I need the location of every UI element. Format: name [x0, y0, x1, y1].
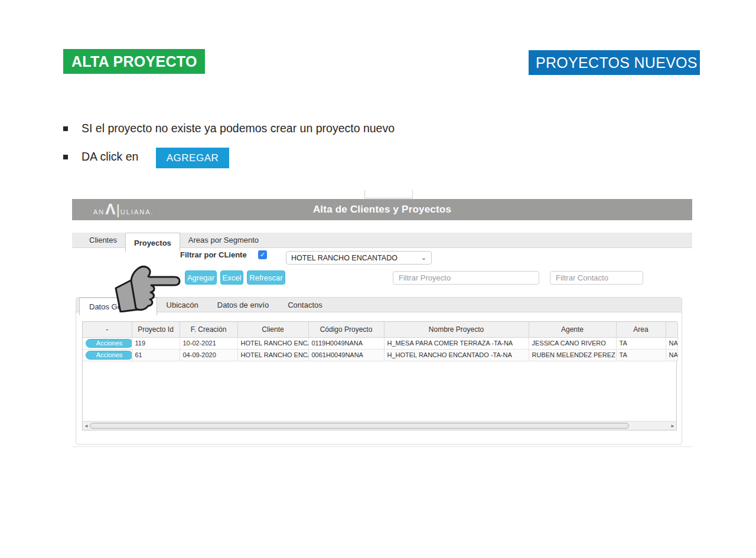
filter-contact-input[interactable] — [550, 271, 643, 285]
acciones-button[interactable]: Acciones — [86, 351, 132, 360]
col-proyecto-id[interactable]: Proyecto Id — [132, 322, 180, 337]
col-cliente[interactable]: Cliente — [237, 322, 308, 337]
cell-f-creacion: 10-02-2021 — [180, 337, 237, 349]
cell-f-creacion: 04-09-2020 — [180, 349, 237, 361]
scroll-left-icon[interactable]: ◄ — [83, 423, 90, 429]
cell-agente: RUBEN MELENDEZ PEREZ — [529, 349, 616, 361]
agregar-callout-button[interactable]: AGREGAR — [156, 148, 229, 168]
client-dropdown[interactable]: HOTEL RANCHO ENCANTADO ⌄ — [286, 251, 432, 265]
cell-cliente: HOTEL RANCHO ENCANT... — [237, 349, 308, 361]
horizontal-scrollbar[interactable]: ◄ ► — [83, 421, 676, 430]
client-dropdown-value: HOTEL RANCHO ENCANTADO — [291, 254, 397, 262]
bullet-square-icon — [63, 126, 68, 131]
partial-cropped-box — [364, 190, 413, 198]
bullet-square-icon — [63, 155, 68, 159]
tab-clientes[interactable]: Clientes — [81, 233, 125, 247]
excel-button[interactable]: Excel — [220, 270, 243, 285]
app-bottom-divider — [72, 446, 692, 447]
cell-proyecto-id: 61 — [132, 349, 180, 361]
bullet-text-2: DA click en — [82, 150, 138, 164]
app-header: ANΛ|ULIANA. Alta de Clientes y Proyectos — [72, 199, 692, 220]
col-codigo-proyecto[interactable]: Código Proyecto — [308, 322, 384, 337]
col-f-creacion[interactable]: F. Creación — [180, 322, 237, 337]
cell-cliente: HOTEL RANCHO ENCANT... — [237, 337, 308, 349]
cell-extra: NA — [666, 349, 677, 361]
title-badge-proyectos-nuevos: PROYECTOS NUEVOS — [529, 50, 700, 75]
bullet-item-2: DA click en — [63, 150, 138, 164]
table-header-row: - Proyecto Id F. Creación Cliente Código… — [83, 322, 677, 337]
filter-client-label: Filtrar por CLiente — [180, 250, 247, 259]
subtab-contactos[interactable]: Contactos — [278, 298, 332, 312]
projects-panel: Datos Generales Ubicacón Datos de envío … — [76, 297, 682, 445]
bullet-item-1: SI el proyecto no existe ya podemos crea… — [63, 122, 395, 135]
refrescar-button[interactable]: Refrescar — [247, 270, 285, 285]
projects-table: - Proyecto Id F. Creación Cliente Código… — [82, 321, 677, 430]
cell-nombre: H_MESA PARA COMER TERRAZA -TA-NA — [384, 337, 529, 349]
pointing-hand-cursor-icon — [113, 260, 184, 312]
cell-extra: NA — [666, 337, 677, 349]
table-row: Acciones 119 10-02-2021 HOTEL RANCHO ENC… — [83, 337, 677, 349]
col-agente[interactable]: Agente — [529, 322, 616, 337]
filter-client-checkbox[interactable]: ✓ — [258, 250, 267, 259]
ana-juliana-logo: ANΛ|ULIANA. — [93, 201, 154, 218]
cell-codigo: 0119H0049NANA — [308, 337, 384, 349]
col-actions[interactable]: - — [83, 322, 132, 337]
cell-agente: JESSICA CANO RIVERO — [529, 337, 616, 349]
scrollbar-thumb[interactable] — [90, 423, 629, 429]
scroll-right-icon[interactable]: ► — [669, 423, 676, 429]
subtab-datos-de-envio[interactable]: Datos de envío — [208, 298, 278, 312]
cell-nombre: H_HOTEL RANCHO ENCANTADO -TA-NA — [384, 349, 529, 361]
bullet-text-1: SI el proyecto no existe ya podemos crea… — [82, 122, 395, 135]
cell-proyecto-id: 119 — [132, 337, 180, 349]
table-row: Acciones 61 04-09-2020 HOTEL RANCHO ENCA… — [83, 349, 677, 361]
acciones-button[interactable]: Acciones — [86, 339, 132, 348]
main-tabbar: Clientes Proyectos Areas por Segmento — [72, 233, 692, 248]
chevron-down-icon: ⌄ — [421, 254, 426, 262]
filter-project-input[interactable] — [393, 271, 539, 285]
col-extra — [666, 322, 677, 337]
cell-area: TA — [616, 349, 666, 361]
cell-codigo: 0061H0049NANA — [308, 349, 384, 361]
col-area[interactable]: Area — [616, 322, 666, 337]
app-title: Alta de Clientes y Proyectos — [72, 204, 692, 216]
tab-areas-por-segmento[interactable]: Areas por Segmento — [180, 233, 267, 247]
title-badge-alta-proyecto: ALTA PROYECTO — [63, 49, 205, 74]
cell-area: TA — [616, 337, 666, 349]
tab-proyectos[interactable]: Proyectos — [125, 233, 180, 252]
agregar-button[interactable]: Agregar — [185, 270, 217, 285]
col-nombre-proyecto[interactable]: Nombre Proyecto — [384, 322, 529, 337]
